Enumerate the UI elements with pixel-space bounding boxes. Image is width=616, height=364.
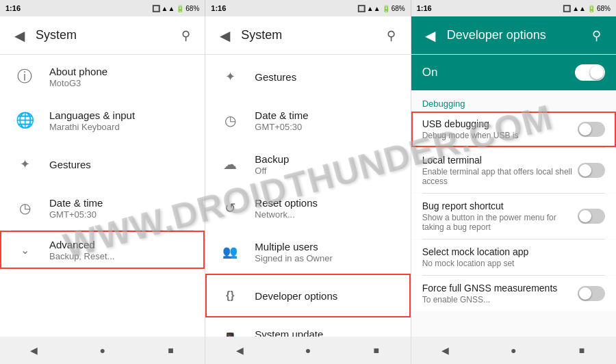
gnss-title: Force full GNSS measurements [422,283,578,294]
settings-item-advanced[interactable]: ⌄ Advanced Backup, Reset... [0,231,205,269]
battery-pct1: 68% [185,5,199,12]
language-icon: 🌐 [11,107,38,134]
status-bar-panel2: 1:16 🔲 ▲▲ 🔋 68% [205,0,411,16]
settings-item-update[interactable]: 📱 System update Updated to Android 9 [205,317,410,337]
settings-item-gestures2[interactable]: ✦ Gestures [205,55,410,99]
advanced-title: Advanced [49,239,194,250]
panel-system-main: ◀ System ⚲ ⓘ About phone MotoG3 🌐 [0,16,205,337]
gestures-icon: ✦ [11,151,38,178]
back-icon-panel2: ◀ [220,27,230,44]
dev-on-bar: On [411,55,616,90]
back-button-panel2[interactable]: ◀ [211,22,238,49]
search-button-panel3[interactable]: ⚲ [583,22,611,49]
about-title: About phone [49,66,194,77]
mock-location-subtitle: No mock location app set [422,259,605,268]
notification-icon3: 🔲 [563,5,571,12]
bug-report-title: Bug report shortcut [422,200,578,211]
settings-item-datetime2[interactable]: ◷ Date & time GMT+05:30 [205,99,410,142]
advanced-chevron-icon: ⌄ [11,236,38,263]
settings-item-developer[interactable]: {} Developer options [205,274,410,317]
advanced-subtitle: Backup, Reset... [49,251,194,261]
reset-title: Reset options [255,197,399,209]
local-terminal-toggle-thumb [579,164,591,177]
signal-icon2: ▲▲ [367,5,381,12]
search-icon-panel1: ⚲ [181,28,190,43]
back-icon-panel3: ◀ [425,27,435,44]
debugging-section-label: Debugging [411,90,616,112]
back-nav-btn-3[interactable]: ◀ [432,340,459,361]
developer-title: Developer options [255,290,399,302]
local-terminal-title: Local terminal [422,155,578,166]
home-nav-btn-1[interactable]: ● [89,340,116,361]
language-title: Languages & input [49,109,194,121]
gnss-subtitle: To enable GNSS... [422,295,578,304]
update-title: System update [255,328,399,337]
settings-item-datetime[interactable]: ◷ Date & time GMT+05:30 [0,186,205,230]
toolbar-panel2: ◀ System ⚲ [205,16,410,55]
gestures-title: Gestures [49,159,194,170]
gestures2-title: Gestures [255,71,399,83]
time-panel2: 1:16 [211,4,226,12]
backup-icon: ☁ [216,151,244,178]
users-icon: 👥 [216,238,244,265]
dev-item-bug-report[interactable]: Bug report shortcut Show a button in the… [411,194,616,239]
recent-nav-btn-2[interactable]: ■ [363,340,390,361]
backup-subtitle: Off [255,166,399,176]
battery-pct2: 68% [392,5,405,12]
navigation-bars: ◀ ● ■ ◀ ● ■ ◀ ● ■ [0,337,616,364]
dev-on-toggle[interactable] [575,64,605,81]
dev-item-mock-location[interactable]: Select mock location app No mock locatio… [411,239,616,275]
local-terminal-toggle[interactable] [578,163,605,178]
datetime2-subtitle: GMT+05:30 [255,122,399,132]
toolbar-panel1: ◀ System ⚲ [0,16,205,55]
datetime-title: Date & time [49,197,194,209]
search-button-panel2[interactable]: ⚲ [378,22,405,49]
settings-item-language[interactable]: 🌐 Languages & input Marathi Keyboard [0,99,205,142]
recent-nav-btn-1[interactable]: ■ [157,340,184,361]
battery-pct3: 68% [597,5,611,12]
gnss-toggle[interactable] [578,286,605,301]
dev-item-local-terminal[interactable]: Local terminal Enable terminal app that … [411,148,616,193]
language-subtitle: Marathi Keyboard [49,122,194,132]
back-button-panel3[interactable]: ◀ [417,22,444,49]
settings-item-reset[interactable]: ↺ Reset options Network... [205,186,410,230]
gestures2-icon: ✦ [216,63,244,90]
back-icon-panel1: ◀ [14,27,25,44]
users-subtitle: Signed in as Owner [255,253,399,263]
local-terminal-subtitle: Enable terminal app that offers local sh… [422,167,578,186]
dev-item-gnss[interactable]: Force full GNSS measurements To enable G… [411,276,616,311]
signal-icon1: ▲▲ [162,5,175,12]
usb-debug-title: USB debugging [422,118,578,129]
time-panel1: 1:16 [5,4,21,12]
dev-item-usb-debugging[interactable]: USB debugging Debug mode when USB is [411,112,616,147]
home-nav-btn-2[interactable]: ● [294,340,322,361]
reset-icon: ↺ [216,194,244,222]
settings-item-gestures[interactable]: ✦ Gestures [0,142,205,186]
search-button-panel1[interactable]: ⚲ [172,22,199,49]
gnss-toggle-thumb [579,287,591,300]
battery-icon3: 🔋 [587,5,595,12]
bug-report-toggle[interactable] [578,209,605,224]
nav-bar-panel3: ◀ ● ■ [411,337,616,364]
nav-bar-panel2: ◀ ● ■ [205,337,411,364]
toggle-thumb [590,66,604,79]
back-button-panel1[interactable]: ◀ [5,22,33,49]
settings-item-users[interactable]: 👥 Multiple users Signed in as Owner [205,230,410,274]
time-panel3: 1:16 [417,4,432,12]
settings-item-about[interactable]: ⓘ About phone MotoG3 [0,55,205,99]
back-nav-btn-1[interactable]: ◀ [21,340,48,361]
home-nav-btn-3[interactable]: ● [500,340,527,361]
nav-bar-panel1: ◀ ● ■ [0,337,205,364]
datetime2-icon: ◷ [216,107,244,134]
usb-debug-subtitle: Debug mode when USB is [422,131,578,140]
panel-system-expanded: ◀ System ⚲ ✦ Gestures ◷ Date & time [205,16,411,337]
back-nav-btn-2[interactable]: ◀ [226,340,253,361]
usb-debug-toggle[interactable] [578,122,605,137]
about-subtitle: MotoG3 [49,78,194,88]
settings-item-backup[interactable]: ☁ Backup Off [205,142,410,186]
status-bars-row: 1:16 🔲 ▲▲ 🔋 68% 1:16 🔲 ▲▲ 🔋 68% 1:16 🔲 [0,0,616,16]
status-bar-panel3: 1:16 🔲 ▲▲ 🔋 68% [411,0,616,16]
recent-nav-btn-3[interactable]: ■ [568,340,595,361]
search-icon-panel3: ⚲ [592,28,601,43]
settings-list-panel1: ⓘ About phone MotoG3 🌐 Languages & input… [0,55,205,337]
